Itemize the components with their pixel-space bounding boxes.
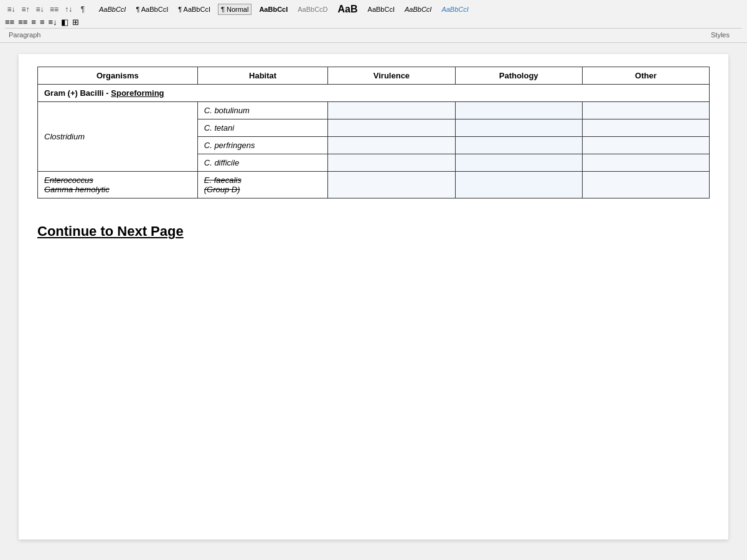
empty-other-3 [582,137,709,154]
empty-pathology-4 [455,154,582,172]
empty-pathology-3 [455,137,582,154]
style-gallery: AaBbCcI ¶ AaBbCcI ¶ AaBbCcI ¶ Normal AaB… [96,2,742,16]
group-d-label: (Group D) [204,185,240,194]
gram-label: Gram (+) Bacilli - [44,88,111,98]
continue-to-next-page-link[interactable]: Continue to Next Page [37,223,184,240]
gram-header-row: Gram (+) Bacilli - Sporeforming [38,85,710,102]
toolbar-icons: ≡↓ ≡↑ ≡↓ ≡≡ ↑↓ ¶ [5,3,89,16]
e-faecalis-label: E. faecalis [204,175,242,185]
gamma-hemolytic-label: Gamma hemolytic [44,185,110,194]
c-difficile-cell: C. difficile [197,154,328,172]
borders-icon[interactable]: ⊞ [72,17,79,27]
empty-virulence-4 [328,154,455,172]
gram-header-cell: Gram (+) Bacilli - Sporeforming [38,85,710,102]
style-intense-emphasis[interactable]: AaBbCcI [439,4,471,14]
paragraph-label: Paragraph [5,30,44,40]
bullets-icon[interactable]: ≡↓ [49,17,57,27]
toolbar-row1: ≡↓ ≡↑ ≡↓ ≡≡ ↑↓ ¶ AaBbCcI ¶ AaBbCcI ¶ AaB… [5,2,742,16]
table-row: Clostridium C. botulinum [38,102,710,119]
document-area: Organisms Habitat Virulence Pathology Ot… [19,54,728,539]
bacteria-table: Organisms Habitat Virulence Pathology Ot… [37,67,710,198]
empty-pathology-5 [455,172,582,198]
continue-link-container: Continue to Next Page [37,217,710,240]
enterococcus-label: Enterococcus [44,175,93,185]
styles-label: Styles [711,31,742,39]
empty-other-1 [582,102,709,119]
gram-sporeforming: Sporeforming [111,88,164,98]
style-title[interactable]: AaB [336,2,360,16]
clostridium-cell: Clostridium [38,102,198,172]
empty-virulence-2 [328,119,455,137]
c-tetani-cell: C. tetani [197,119,328,137]
empty-virulence-5 [328,172,455,198]
style-subtitle[interactable]: AaBbCcD [295,4,330,14]
empty-virulence-3 [328,137,455,154]
enterococcus-cell: Enterococcus Gamma hemolytic [38,172,198,198]
col-header-other: Other [582,67,709,85]
table-row: Enterococcus Gamma hemolytic E. faecalis… [38,172,710,198]
indent-increase-icon[interactable]: ≡≡ [18,17,27,27]
paragraph-section-row: Paragraph Styles [5,28,742,40]
list-icon-2[interactable]: ≡↑ [19,3,32,16]
c-botulinum-cell: C. botulinum [197,102,328,119]
empty-other-2 [582,119,709,137]
style-emphasis[interactable]: AaBbCcI [96,4,128,14]
sort-icon[interactable]: ↑↓ [62,3,75,16]
style-subtle-emphasis[interactable]: AaBbCcI [402,4,434,14]
align-center-icon[interactable]: ≡ [40,17,45,27]
indent-decrease-icon[interactable]: ≡≡ [5,17,14,27]
style-heading1[interactable]: ¶ AaBbCcI [133,4,171,14]
style-strong[interactable]: AaBbCcI [256,4,290,14]
list-icon-3[interactable]: ≡↓ [34,3,46,16]
empty-other-4 [582,154,709,172]
align-left-icon[interactable]: ≡ [31,17,36,27]
style-heading2[interactable]: ¶ AaBbCcI [176,4,213,14]
c-perfringens-cell: C. perfringens [197,137,328,154]
style-normal[interactable]: ¶ Normal [218,4,251,15]
col-header-habitat: Habitat [197,67,328,85]
table-header-row: Organisms Habitat Virulence Pathology Ot… [38,67,710,85]
indent-icon[interactable]: ≡≡ [48,3,60,16]
e-faecalis-cell: E. faecalis (Group D) [197,172,328,198]
empty-pathology-1 [455,102,582,119]
toolbar-row2: ≡≡ ≡≡ ≡ ≡ ≡↓ ◧ ⊞ [5,17,742,27]
empty-pathology-2 [455,119,582,137]
shading-icon[interactable]: ◧ [61,17,68,27]
empty-other-5 [582,172,709,198]
paragraph-mark-icon[interactable]: ¶ [77,3,89,16]
style-no-spacing[interactable]: AaBbCcI [365,4,397,14]
col-header-virulence: Virulence [328,67,455,85]
col-header-pathology: Pathology [455,67,582,85]
list-icon-1[interactable]: ≡↓ [5,3,17,16]
toolbar: ≡↓ ≡↑ ≡↓ ≡≡ ↑↓ ¶ AaBbCcI ¶ AaBbCcI ¶ AaB… [0,0,747,43]
col-header-organisms: Organisms [38,67,198,85]
empty-virulence-1 [328,102,455,119]
